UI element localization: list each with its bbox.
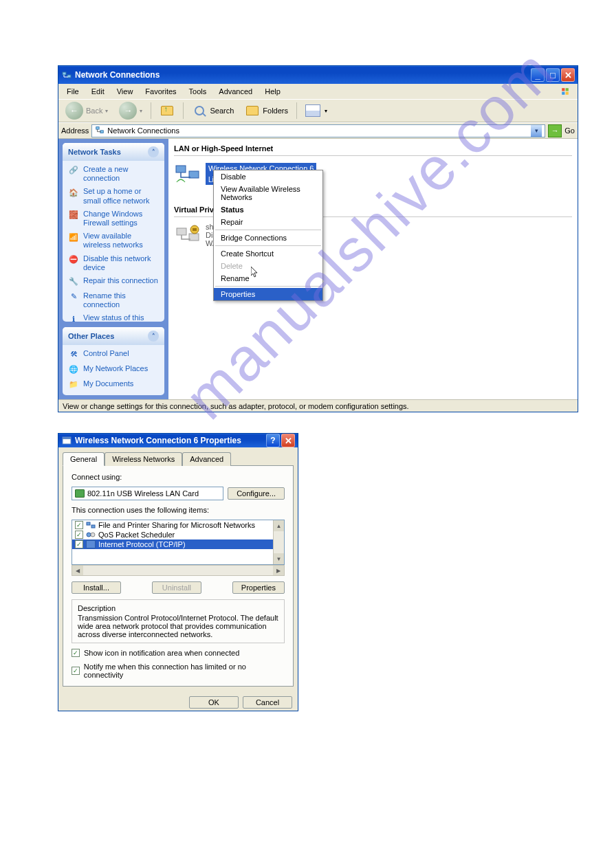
task-rename-connection[interactable]: ✎Rename this connection	[68, 291, 159, 309]
context-menu: Disable View Available Wireless Networks…	[213, 170, 323, 301]
menu-view[interactable]: View	[111, 86, 139, 97]
address-label: Address	[61, 126, 89, 135]
tab-general[interactable]: General	[63, 452, 105, 466]
tab-wireless-networks[interactable]: Wireless Networks	[105, 452, 182, 466]
ctx-shortcut[interactable]: Create Shortcut	[214, 247, 322, 260]
windows-logo-icon	[556, 84, 575, 99]
ctx-properties[interactable]: Properties	[214, 288, 322, 300]
notify-checkbox[interactable]: ✓Notify me when this connection has limi…	[72, 663, 285, 679]
ctx-status[interactable]: Status	[214, 203, 322, 216]
menu-advanced[interactable]: Advanced	[213, 86, 258, 97]
network-places-icon: 🌐	[68, 364, 79, 375]
menu-help[interactable]: Help	[259, 86, 286, 97]
checkbox-icon[interactable]: ✓	[75, 540, 83, 548]
list-item[interactable]: ✓QoS Packet Scheduler	[72, 530, 284, 539]
network-tasks-panel: Network Tasks˄ 🔗Create a new connection …	[63, 143, 164, 322]
checkbox-icon[interactable]: ✓	[72, 667, 80, 675]
task-create-connection[interactable]: 🔗Create a new connection	[68, 165, 159, 183]
help-button[interactable]: ?	[266, 434, 280, 447]
go-button[interactable]: →	[548, 124, 562, 137]
install-button[interactable]: Install...	[72, 581, 121, 594]
menu-edit[interactable]: Edit	[86, 86, 110, 97]
vertical-scrollbar[interactable]: ▲▼	[273, 520, 284, 564]
items-label: This connection uses the following items…	[72, 506, 285, 514]
menu-tools[interactable]: Tools	[184, 86, 212, 97]
tab-advanced[interactable]: Advanced	[182, 452, 231, 466]
status-bar: View or change settings for this connect…	[58, 399, 578, 412]
views-button[interactable]: ▾	[301, 103, 331, 118]
place-my-documents[interactable]: 📁My Documents	[68, 379, 159, 390]
checkbox-icon[interactable]: ✓	[75, 521, 83, 529]
properties-button[interactable]: Properties	[232, 581, 285, 594]
network-tasks-header[interactable]: Network Tasks˄	[63, 143, 164, 161]
window-title: Network Connections	[75, 70, 531, 80]
checkbox-icon[interactable]: ✓	[72, 649, 80, 657]
checkbox-label: Notify me when this connection has limit…	[84, 663, 285, 679]
wireless-icon: 📶	[68, 232, 79, 243]
control-panel-icon: 🛠	[68, 349, 79, 360]
svg-rect-5	[566, 92, 569, 95]
adapter-name: 802.11n USB Wireless LAN Card	[87, 489, 199, 498]
dropdown-icon[interactable]: ▾	[531, 125, 542, 137]
place-control-panel[interactable]: 🛠Control Panel	[68, 349, 159, 360]
place-network-places[interactable]: 🌐My Network Places	[68, 364, 159, 375]
ctx-bridge[interactable]: Bridge Connections	[214, 232, 322, 244]
documents-icon: 📁	[68, 379, 79, 390]
task-setup-home-network[interactable]: 🏠Set up a home or small office network	[68, 187, 159, 205]
ctx-view-wireless[interactable]: View Available Wireless Networks	[214, 183, 322, 203]
forward-button[interactable]: →▾	[115, 100, 146, 121]
close-button[interactable]: ✕	[561, 68, 575, 82]
network-connections-window: Network Connections _ □ ✕ File Edit View…	[58, 65, 578, 412]
menu-favorites[interactable]: Favorites	[140, 86, 182, 97]
network-icon	[95, 125, 105, 136]
task-repair-connection[interactable]: 🔧Repair this connection	[68, 276, 159, 287]
minimize-button[interactable]: _	[531, 68, 545, 82]
ctx-rename[interactable]: Rename	[214, 272, 322, 285]
ctx-repair[interactable]: Repair	[214, 216, 322, 228]
folders-button[interactable]: Folders	[241, 102, 292, 120]
titlebar[interactable]: Wireless Network Connection 6 Properties…	[58, 434, 298, 447]
address-bar: Address Network Connections ▾ → Go	[58, 122, 578, 139]
task-view-wireless[interactable]: 📶View available wireless networks	[68, 232, 159, 249]
svg-point-19	[91, 533, 95, 537]
adapter-field[interactable]: 802.11n USB Wireless LAN Card	[72, 487, 223, 500]
titlebar[interactable]: Network Connections _ □ ✕	[58, 66, 578, 84]
svg-rect-16	[87, 522, 90, 525]
separator	[296, 102, 297, 119]
adapter-icon	[75, 489, 85, 498]
maximize-button[interactable]: □	[546, 68, 560, 82]
other-places-header[interactable]: Other Places˄	[63, 327, 164, 345]
tab-page-general: Connect using: 802.11n USB Wireless LAN …	[63, 465, 294, 687]
close-button[interactable]: ✕	[281, 434, 295, 447]
search-button[interactable]: Search	[188, 102, 238, 120]
scroll-left-icon[interactable]: ◀	[72, 566, 83, 575]
back-label: Back	[86, 107, 102, 115]
connect-using-label: Connect using:	[72, 473, 285, 481]
ctx-disable[interactable]: Disable	[214, 170, 322, 183]
network-icon	[61, 69, 72, 80]
scroll-right-icon[interactable]: ▶	[273, 566, 284, 575]
scroll-up-icon[interactable]: ▲	[274, 520, 284, 531]
items-list[interactable]: ✓File and Printer Sharing for Microsoft …	[72, 520, 285, 565]
up-button[interactable]	[155, 102, 179, 120]
svg-rect-15	[63, 437, 71, 439]
list-item[interactable]: ✓Internet Protocol (TCP/IP)	[72, 539, 284, 549]
menu-file[interactable]: File	[61, 86, 85, 97]
ok-button[interactable]: OK	[189, 696, 239, 709]
task-label: Rename this connection	[83, 291, 159, 309]
list-item[interactable]: ✓File and Printer Sharing for Microsoft …	[72, 520, 284, 530]
show-icon-checkbox[interactable]: ✓Show icon in notification area when con…	[72, 649, 285, 657]
back-button[interactable]: ←Back▾	[61, 100, 112, 121]
scroll-down-icon[interactable]: ▼	[274, 553, 284, 564]
svg-rect-3	[566, 88, 569, 91]
task-firewall-settings[interactable]: 🧱Change Windows Firewall settings	[68, 210, 159, 227]
horizontal-scrollbar[interactable]: ◀▶	[72, 565, 285, 576]
address-input[interactable]: Network Connections ▾	[91, 124, 545, 137]
cancel-button[interactable]: Cancel	[243, 696, 292, 709]
task-view-status[interactable]: ℹView status of this connection	[68, 313, 159, 321]
checkbox-icon[interactable]: ✓	[75, 531, 83, 539]
svg-rect-2	[562, 88, 564, 91]
place-my-computer[interactable]: 💻My Computer	[68, 394, 159, 395]
task-disable-device[interactable]: ⛔Disable this network device	[68, 254, 159, 272]
configure-button[interactable]: Configure...	[228, 487, 285, 500]
